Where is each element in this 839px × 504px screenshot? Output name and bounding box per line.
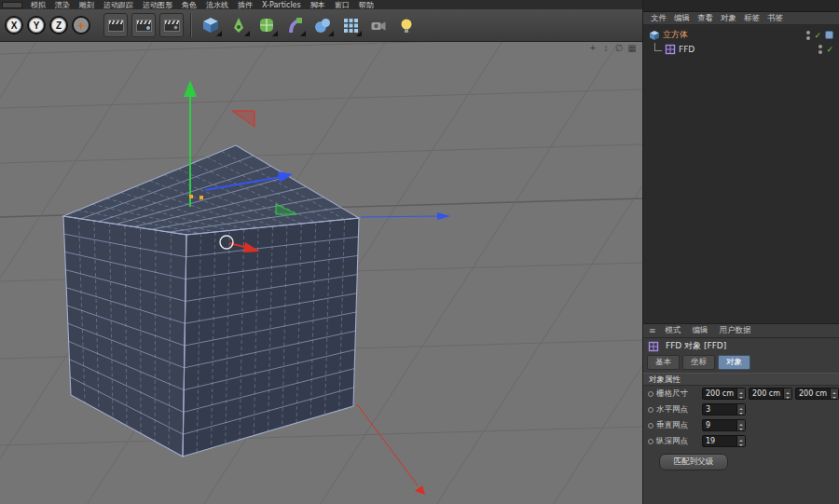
lock-y-axis-button[interactable]: Y — [27, 16, 46, 34]
stepper[interactable] — [830, 388, 838, 399]
render-settings-button[interactable] — [159, 13, 184, 37]
om-menu-edit[interactable]: 编辑 — [670, 13, 694, 24]
keyframe-dot[interactable] — [648, 407, 653, 413]
light-icon — [397, 16, 416, 34]
menu-item-character[interactable]: 角色 — [177, 1, 201, 9]
add-mograph-cloner-button[interactable] — [338, 13, 363, 37]
coordinate-system-button[interactable]: + — [72, 16, 90, 34]
viewport-controls: + ↕ ∅ ▦ — [587, 43, 638, 54]
add-volume-button[interactable] — [310, 13, 335, 37]
prop-label: 栅格尺寸 — [656, 388, 699, 400]
add-light-button[interactable] — [394, 13, 419, 37]
stepper[interactable] — [783, 388, 791, 399]
keyframe-dot[interactable] — [648, 439, 653, 444]
hierarchy-elbow — [654, 43, 662, 51]
menu-item-simulate[interactable]: 模拟 — [26, 1, 50, 9]
menu-item-window[interactable]: 窗口 — [330, 1, 354, 9]
horizontal-points-value: 3 — [703, 404, 736, 415]
depth-points-field[interactable]: 19 — [702, 435, 746, 447]
stepper[interactable] — [736, 420, 745, 430]
attribute-manager: ≡ 模式 编辑 用户数据 FFD 对象 [FFD] 基本 坐标 对象 对象属性 … — [643, 323, 839, 504]
om-menu-file[interactable]: 文件 — [647, 13, 670, 24]
render-view-button[interactable] — [103, 13, 128, 37]
menu-bar: 模拟 渲染 雕刻 运动跟踪 运动图形 角色 流水线 插件 X-Particles… — [0, 0, 642, 9]
am-tab-mode[interactable]: 模式 — [661, 325, 686, 336]
section-tab-object[interactable]: 对象 — [718, 355, 750, 370]
toolbar: X Y Z + — [0, 9, 642, 42]
am-object-header: FFD 对象 [FFD] — [643, 338, 839, 354]
section-tab-coordinates[interactable]: 坐标 — [682, 355, 715, 370]
deformer-icon — [285, 16, 304, 34]
toggle-view-icon[interactable]: ▦ — [626, 43, 638, 54]
stepper[interactable] — [736, 404, 745, 415]
render-to-picture-viewer-button[interactable] — [131, 13, 156, 37]
om-menu-bookmarks[interactable]: 书签 — [763, 13, 787, 24]
render-settings-icon — [164, 20, 180, 32]
menu-item-motion-tracker[interactable]: 运动跟踪 — [99, 1, 138, 9]
menu-item-script[interactable]: 脚本 — [306, 1, 330, 9]
add-camera-button[interactable] — [366, 13, 391, 37]
cube-object-icon — [649, 30, 660, 41]
grid-size-z-value: 200 cm — [796, 388, 830, 399]
prop-row-horizontal-points: 水平网点 3 — [643, 402, 839, 417]
lock-x-axis-button[interactable]: X — [5, 16, 23, 34]
group-header-object-properties[interactable]: 对象属性 — [643, 373, 839, 386]
depth-points-value: 19 — [703, 436, 736, 446]
keyframe-dot[interactable] — [648, 423, 653, 429]
grid-size-x-field[interactable]: 200 cm — [702, 388, 746, 400]
prop-row-vertical-points: 垂直网点 9 — [643, 417, 839, 433]
object-name-ffd[interactable]: FFD — [679, 45, 695, 54]
menu-item-mograph[interactable]: 运动图形 — [138, 1, 177, 9]
vertical-points-field[interactable]: 9 — [702, 419, 746, 431]
stepper[interactable] — [736, 436, 745, 446]
am-tab-user-data[interactable]: 用户数据 — [715, 325, 756, 336]
object-row-cube[interactable]: 立方体 ✓ — [643, 28, 839, 42]
prop-label: 纵深网点 — [656, 436, 699, 447]
enable-checkmark[interactable]: ✓ — [826, 45, 833, 54]
prop-label: 水平网点 — [656, 404, 699, 415]
grid-size-y-value: 200 cm — [750, 388, 783, 399]
hamburger-icon[interactable]: ≡ — [646, 326, 659, 335]
section-tab-basic[interactable]: 基本 — [647, 355, 680, 370]
prop-label: 垂直网点 — [656, 420, 699, 431]
menu-item-plugins[interactable]: 插件 — [233, 1, 257, 9]
add-subdivision-surface-button[interactable] — [254, 13, 279, 37]
window-icon — [2, 2, 22, 8]
grid-size-x-value: 200 cm — [703, 388, 736, 399]
om-menu-view[interactable]: 查看 — [694, 13, 717, 24]
object-row-ffd[interactable]: FFD ✓ — [643, 42, 839, 56]
mograph-cloner-icon — [341, 16, 360, 34]
phong-tag-icon[interactable] — [825, 31, 833, 39]
add-cube-button[interactable] — [199, 13, 223, 37]
object-name-cube[interactable]: 立方体 — [663, 29, 688, 41]
visibility-toggles[interactable] — [806, 31, 810, 40]
om-menu-objects[interactable]: 对象 — [717, 13, 740, 24]
menu-item-sculpt[interactable]: 雕刻 — [75, 1, 99, 9]
lock-z-axis-button[interactable]: Z — [49, 16, 68, 34]
menu-item-help[interactable]: 帮助 — [354, 1, 378, 9]
grid-size-y-field[interactable]: 200 cm — [749, 388, 792, 400]
grid-size-z-field[interactable]: 200 cm — [795, 388, 839, 400]
add-deformer-button[interactable] — [282, 13, 307, 37]
stepper[interactable] — [736, 388, 745, 399]
om-menu-tags[interactable]: 标签 — [740, 13, 763, 24]
add-spline-pen-button[interactable] — [227, 13, 251, 37]
ffd-object-icon — [665, 44, 676, 55]
prop-row-grid-size: 栅格尺寸 200 cm 200 cm 200 cm — [643, 386, 839, 402]
match-to-parent-button[interactable]: 匹配到父级 — [659, 454, 728, 470]
menu-item-render[interactable]: 渲染 — [50, 1, 75, 9]
menu-item-pipeline[interactable]: 流水线 — [201, 1, 233, 9]
keyframe-dot[interactable] — [648, 391, 653, 397]
object-manager-menu: 文件 编辑 查看 对象 标签 书签 — [643, 12, 839, 25]
am-tab-edit[interactable]: 编辑 — [688, 325, 713, 336]
menu-item-x-particles[interactable]: X-Particles — [257, 1, 306, 9]
horizontal-points-field[interactable]: 3 — [702, 403, 746, 415]
rotate-view-icon[interactable]: ∅ — [613, 43, 625, 54]
visibility-toggles[interactable] — [818, 45, 822, 54]
vertical-points-value: 9 — [703, 420, 736, 430]
zoom-view-icon[interactable]: ↕ — [600, 43, 612, 54]
pan-view-icon[interactable]: + — [587, 43, 598, 54]
am-section-tabs: 基本 坐标 对象 — [643, 354, 839, 370]
viewport[interactable]: + ↕ ∅ ▦ — [0, 42, 642, 504]
enable-checkmark[interactable]: ✓ — [814, 31, 821, 40]
